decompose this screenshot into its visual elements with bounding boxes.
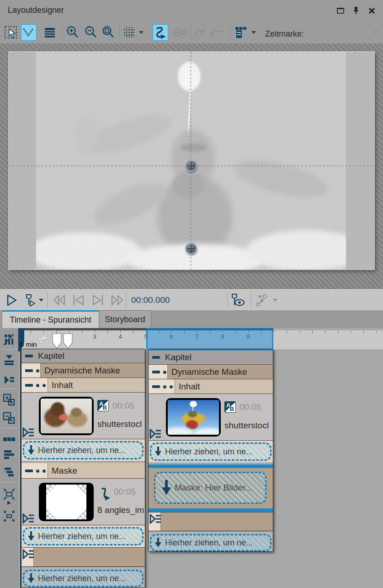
tab-storyboard[interactable]: Storyboard: [99, 310, 151, 328]
toggle-storyboard-icon[interactable]: [2, 333, 16, 346]
ruler-number: 6: [167, 333, 176, 340]
remove-keyframe-icon[interactable]: [210, 24, 225, 41]
dropzone-row: Hierher ziehen, um ne...: [149, 531, 273, 552]
play-icon[interactable]: [4, 292, 20, 308]
keyframe-dropdown-icon[interactable]: [271, 292, 279, 308]
clip-thumbnail[interactable]: [166, 398, 221, 437]
track-header-dynamische-maske[interactable]: Dynamische Maske: [21, 363, 145, 378]
ruler-zero-label: 0 min: [20, 340, 37, 348]
insert-into-track-icon[interactable]: [22, 427, 34, 437]
add-keyframe-icon[interactable]: [193, 24, 208, 41]
motion-path-handle[interactable]: [185, 243, 197, 254]
single-track-view-icon[interactable]: [2, 432, 16, 446]
collapse-tracks-icon[interactable]: [2, 411, 16, 425]
collapse-dash-icon[interactable]: [25, 369, 33, 372]
clip-row-content[interactable]: A B 00:05 shutterstocl: [21, 393, 145, 439]
preview-area: [0, 43, 383, 289]
collapse-dash-icon[interactable]: [25, 355, 33, 357]
level-dot-icon: [163, 385, 166, 388]
curve-select-tool-icon[interactable]: [21, 24, 37, 41]
dropzone-row: Hierher ziehen, um ne...: [21, 566, 145, 588]
timeline-ruler[interactable]: 3 4 5 6 7 8 9 0 min ✂: [18, 330, 383, 350]
dropzone-new-object[interactable]: Hierher ziehen, um ne...: [150, 442, 271, 461]
collapse-dash-icon[interactable]: [25, 384, 33, 387]
dropzone-mask-images[interactable]: Maske: Hier Bilder...: [154, 472, 266, 504]
timemark-list-icon[interactable]: [233, 24, 249, 41]
ruler-number: 8: [218, 333, 227, 340]
timemark-dropdown-icon[interactable]: [250, 24, 258, 41]
insert-into-track-icon[interactable]: [22, 549, 34, 559]
range-marker-flags[interactable]: [52, 333, 74, 350]
level-dot-icon: [36, 369, 39, 372]
close-icon[interactable]: [366, 5, 378, 16]
collapse-dash-icon[interactable]: [152, 385, 160, 388]
keyframe-track-icon[interactable]: [254, 292, 271, 308]
clip-name: 8 angles_im: [97, 505, 144, 515]
ab-transition-badge: A B: [97, 400, 109, 411]
expand-timeline-icon[interactable]: [2, 509, 16, 523]
shrink-flyout-icon[interactable]: [2, 500, 16, 506]
rewind-icon[interactable]: [51, 292, 68, 308]
zeitmarke-label: Zeitmarke:: [265, 29, 304, 39]
timemark-visibility-icon[interactable]: [230, 292, 246, 308]
expand-tracks-icon[interactable]: [2, 393, 16, 407]
track-header-inhalt[interactable]: Inhalt: [149, 379, 273, 394]
level-dot-icon: [163, 371, 166, 374]
mask-thumbnail[interactable]: [39, 483, 94, 521]
ruler-number: 3: [90, 333, 99, 340]
collapse-dash-icon[interactable]: [152, 356, 160, 359]
insert-into-track-icon[interactable]: [22, 513, 34, 523]
select-tool-icon[interactable]: [3, 24, 19, 41]
tab-timeline-spuransicht[interactable]: Timeline - Spuransicht: [2, 310, 99, 328]
clip-thumbnail[interactable]: [39, 397, 94, 435]
camera-pan-icon[interactable]: [172, 24, 188, 41]
dropzone-new-track[interactable]: Hierher ziehen, um ne...: [23, 570, 144, 587]
toolbar-overflow-icon[interactable]: [371, 24, 380, 41]
maximize-icon[interactable]: [335, 5, 346, 16]
drop-arrow-icon: [155, 538, 161, 548]
track-header-kapitel[interactable]: Kapitel: [149, 351, 273, 365]
clip-duration: 00:05: [112, 401, 134, 411]
grid-dropdown-icon[interactable]: [137, 24, 145, 41]
zoom-in-icon[interactable]: [65, 24, 80, 41]
level-dot-icon: [36, 469, 39, 473]
timeline-area: 3 4 5 6 7 8 9 0 min ✂ Kapitel Dynamische…: [0, 328, 383, 588]
all-tracks-view-icon[interactable]: [2, 448, 16, 462]
chapter-block-1: Kapitel Dynamische Maske Inhalt: [21, 349, 145, 588]
staggered-tracks-view-icon[interactable]: [2, 465, 16, 479]
zoom-out-icon[interactable]: [83, 24, 99, 41]
track-header-kapitel[interactable]: Kapitel: [21, 349, 145, 363]
dropzone-new-track[interactable]: Hierher ziehen, um ne...: [150, 534, 271, 551]
preview-canvas[interactable]: [8, 51, 375, 270]
track-header-dynamische-maske[interactable]: Dynamische Maske: [149, 365, 273, 379]
empty-track-row[interactable]: [149, 512, 273, 531]
zoom-fit-icon[interactable]: [101, 24, 116, 41]
motion-path-handle[interactable]: [185, 160, 197, 172]
track-header-inhalt[interactable]: Inhalt: [21, 378, 145, 393]
motion-path-tool-icon[interactable]: [153, 24, 168, 41]
go-to-end-icon[interactable]: [90, 292, 106, 308]
insert-into-track-icon[interactable]: [149, 514, 161, 524]
dropzone-new-object[interactable]: Hierher ziehen, um ne...: [23, 527, 144, 545]
track-header-maske[interactable]: Maske: [21, 463, 145, 479]
layers-icon[interactable]: [42, 24, 58, 41]
mask-clip-row[interactable]: 00:05 8 angles_im: [21, 479, 145, 525]
collapse-dash-icon[interactable]: [152, 371, 160, 373]
pin-icon[interactable]: [350, 5, 362, 16]
fast-forward-icon[interactable]: [109, 292, 125, 308]
empty-track-row[interactable]: [21, 547, 145, 566]
insert-object-right-icon[interactable]: [2, 373, 16, 387]
shrink-timeline-icon[interactable]: [2, 487, 16, 501]
insert-into-track-icon[interactable]: [149, 429, 161, 439]
grid-icon[interactable]: [122, 24, 137, 41]
collapse-dash-icon[interactable]: [25, 469, 33, 472]
level-dot-icon: [170, 385, 173, 388]
play-from-marker-icon[interactable]: [22, 292, 38, 308]
dropzone-new-object[interactable]: Hierher ziehen, um ne...: [23, 441, 144, 459]
clip-row-content[interactable]: A B 00:05 shutterstocl: [149, 394, 273, 441]
view-tabs: Timeline - Spuransicht Storyboard: [0, 310, 383, 328]
go-to-start-icon[interactable]: [70, 292, 87, 308]
insert-track-below-icon[interactable]: [2, 353, 16, 367]
play-options-dropdown-icon[interactable]: [37, 292, 45, 308]
window-title: Layoutdesigner: [8, 5, 64, 15]
